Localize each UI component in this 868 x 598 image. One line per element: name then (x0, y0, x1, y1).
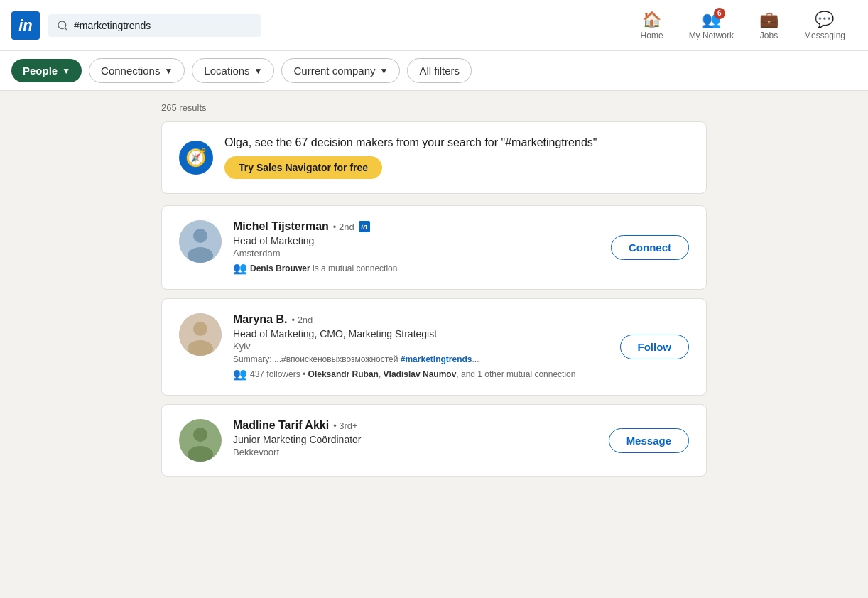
current-company-filter-button[interactable]: Current company ▼ (281, 58, 400, 83)
svg-point-9 (193, 428, 207, 442)
nav-messaging-label: Messaging (804, 31, 845, 40)
mutual-connection: 👥 Denis Brouwer is a mutual connection (233, 261, 600, 275)
mutual-connection-text: Denis Brouwer is a mutual connection (250, 263, 397, 273)
current-company-filter-label: Current company (293, 65, 375, 77)
avatar-image (179, 419, 222, 462)
mutual-icon: 👥 (233, 261, 247, 275)
current-company-chevron-icon: ▼ (380, 66, 389, 76)
locations-filter-label: Locations (204, 65, 249, 77)
nav-my-network-label: My Network (689, 31, 734, 40)
avatar-image (179, 313, 222, 356)
person-location: Kyiv (233, 341, 609, 352)
avatar (179, 313, 222, 356)
person-card: Michel Tijsterman • 2nd in Head of Marke… (161, 205, 707, 290)
person-degree: • 2nd (291, 315, 313, 325)
all-filters-button[interactable]: All filters (407, 58, 472, 83)
person-name: Maryna B. (233, 313, 287, 326)
person-name: Michel Tijsterman (233, 220, 329, 233)
nav-home[interactable]: 🏠 Home (629, 5, 675, 46)
person-degree: • 3rd+ (333, 420, 358, 431)
svg-point-3 (193, 229, 207, 243)
sales-nav-heading: Olga, see the 67 decision makers from yo… (224, 136, 689, 149)
avatar (179, 220, 222, 263)
nav-jobs-label: Jobs (760, 31, 778, 40)
search-icon (57, 20, 68, 31)
filter-bar: People ▼ Connections ▼ Locations ▼ Curre… (0, 51, 868, 91)
avatar (179, 419, 222, 462)
mutual-connection-followers: 👥 437 followers • Oleksandr Ruban, Vladi… (233, 367, 609, 381)
follow-button[interactable]: Follow (620, 335, 690, 359)
person-card: Madline Tarif Akki • 3rd+ Junior Marketi… (161, 404, 707, 477)
results-count: 265 results (161, 102, 707, 113)
person-summary: Summary: ...#впоискеновыхвозможностей #m… (233, 354, 609, 364)
nav-messaging[interactable]: 💬 Messaging (793, 5, 857, 46)
svg-point-6 (193, 322, 207, 336)
messaging-icon: 💬 (815, 11, 834, 29)
mutual-icon: 👥 (233, 367, 247, 381)
locations-filter-button[interactable]: Locations ▼ (192, 58, 274, 83)
locations-chevron-icon: ▼ (254, 66, 263, 76)
svg-line-1 (65, 28, 67, 30)
svg-point-0 (58, 21, 66, 29)
avatar-image (179, 220, 222, 263)
my-network-icon: 👥 6 (702, 11, 721, 29)
people-filter-label: People (23, 65, 58, 77)
person-title: Head of Marketing (233, 235, 600, 246)
main-content: 265 results 🧭 Olga, see the 67 decision … (150, 91, 718, 496)
message-button[interactable]: Message (609, 428, 689, 453)
header: in 🏠 Home 👥 6 My Network 💼 Jobs 💬 Messag… (0, 0, 868, 51)
sales-navigator-button[interactable]: Try Sales Navigator for free (224, 156, 382, 179)
jobs-icon: 💼 (759, 11, 779, 29)
search-input[interactable] (74, 20, 253, 31)
compass-icon: 🧭 (179, 141, 213, 175)
connections-filter-label: Connections (101, 65, 160, 77)
nav-jobs[interactable]: 💼 Jobs (748, 5, 790, 46)
network-badge: 6 (714, 8, 725, 19)
connections-chevron-icon: ▼ (164, 66, 173, 76)
person-card: Maryna B. • 2nd Head of Marketing, CMO, … (161, 298, 707, 396)
home-icon: 🏠 (642, 11, 661, 29)
person-location: Bekkevoort (233, 447, 597, 457)
person-name: Madline Tarif Akki (233, 419, 329, 432)
all-filters-label: All filters (419, 65, 460, 77)
person-title: Head of Marketing, CMO, Marketing Strate… (233, 328, 609, 339)
connections-filter-button[interactable]: Connections ▼ (89, 58, 185, 83)
linkedin-logo[interactable]: in (11, 11, 40, 40)
person-title: Junior Marketing Coördinator (233, 434, 597, 445)
nav-home-label: Home (641, 31, 663, 40)
sales-navigator-card: 🧭 Olga, see the 67 decision makers from … (161, 121, 707, 194)
search-bar (48, 14, 261, 37)
linkedin-badge-icon: in (359, 221, 370, 232)
person-degree: • 2nd (333, 222, 354, 232)
people-chevron-icon: ▼ (62, 66, 70, 76)
people-filter-button[interactable]: People ▼ (11, 59, 82, 82)
main-nav: 🏠 Home 👥 6 My Network 💼 Jobs 💬 Messaging (629, 5, 857, 46)
person-location: Amsterdam (233, 248, 600, 259)
nav-my-network[interactable]: 👥 6 My Network (678, 5, 745, 46)
connect-button[interactable]: Connect (611, 235, 689, 260)
